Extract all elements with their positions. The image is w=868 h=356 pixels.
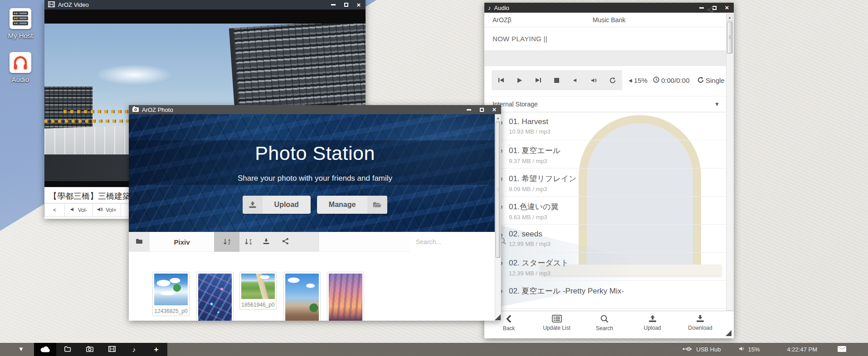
track-row[interactable]: ♪ 01. 希望リフレイン 9.09 MB / mp3 (484, 168, 726, 197)
envelope-icon (838, 346, 846, 353)
photo-card[interactable] (327, 272, 364, 321)
taskbar-item-add[interactable]: + (145, 343, 167, 356)
search-button[interactable]: Search (583, 315, 626, 338)
update-list-button[interactable]: Update List (535, 315, 579, 338)
desktop-icon-audio[interactable]: Audio (6, 52, 35, 83)
track-row[interactable]: ♪ 02. seeds 12.99 MB / mp3 (484, 225, 726, 253)
close-icon[interactable]: × (724, 5, 730, 11)
upload-icon (648, 315, 657, 322)
loop-mode[interactable]: Single (697, 66, 725, 94)
track-row[interactable]: ♪ 02. スターダスト 12.39 MB / mp3 (484, 253, 726, 281)
repeat-icon[interactable] (604, 70, 622, 90)
volume-tray-item[interactable]: 15% (739, 346, 760, 353)
scroll-up-button[interactable]: ▲ (495, 115, 501, 121)
track-list: ♪ 01. Harvest 10.93 MB / mp3 ♪ 01. 夏空エール… (484, 112, 726, 311)
usb-icon (683, 346, 692, 353)
chevron-down-icon[interactable]: ▼ (18, 346, 24, 352)
photo-thumbnail (329, 274, 362, 321)
scrollbar[interactable]: ▲ (495, 114, 501, 321)
camera-icon (132, 106, 139, 113)
headphones-icon (10, 52, 31, 73)
photo-thumbnail (285, 274, 319, 321)
minimize-icon[interactable] (698, 5, 705, 11)
back-button[interactable]: < (44, 203, 65, 217)
now-playing-row: NOW PLAYING || (484, 27, 726, 51)
search-input[interactable] (410, 238, 499, 246)
resize-handle[interactable] (495, 314, 501, 320)
download-button[interactable] (257, 232, 276, 252)
volume-down-button[interactable] (566, 70, 585, 90)
desktop-icon-my-host[interactable]: My Host (6, 8, 35, 39)
minimize-icon[interactable] (466, 106, 472, 113)
desktop-icon-label: My Host (6, 32, 35, 39)
photo-card[interactable] (196, 272, 234, 321)
audio-titlebar[interactable]: ♪ Audio × (484, 3, 734, 13)
usb-tray-item[interactable]: USB Hub (683, 346, 721, 353)
photo-card[interactable] (283, 272, 321, 321)
photo-thumbnail (154, 274, 188, 305)
download-button[interactable]: Download (678, 315, 722, 338)
repeat-icon (697, 77, 704, 84)
storage-select[interactable]: Internal Storage ▼ (484, 96, 726, 112)
stop-button[interactable] (547, 70, 566, 90)
server-icon (10, 8, 31, 29)
maximize-icon[interactable] (343, 2, 349, 8)
taskbar-item-cloud[interactable] (34, 343, 56, 356)
volume-up-button[interactable]: Vol+ (93, 203, 121, 217)
track-row[interactable]: ♪ 01. 夏空エール 9.37 MB / mp3 (484, 140, 726, 168)
window-title: ArOZ Video (58, 1, 89, 8)
building (44, 87, 93, 130)
music-note-icon: ♪ (132, 346, 136, 353)
close-icon[interactable]: × (491, 106, 497, 113)
share-icon[interactable] (707, 6, 714, 15)
taskbar-item-photo[interactable] (78, 343, 101, 356)
track-row[interactable]: ♪ 01. Harvest 10.93 MB / mp3 (484, 112, 726, 140)
previous-button[interactable] (492, 70, 510, 90)
messages-tray-item[interactable] (838, 346, 846, 353)
progress-bar[interactable] (484, 51, 726, 66)
photo-card[interactable]: 12436825_p0 (152, 272, 190, 316)
close-icon[interactable]: × (356, 2, 362, 8)
toolbar-button-group: AZ ZA (214, 232, 319, 252)
manage-button[interactable]: Manage (317, 196, 388, 214)
scrollbar-thumb[interactable] (727, 22, 732, 53)
track-row[interactable]: ♪ 01.色違いの翼 9.63 MB / mp3 (484, 197, 726, 225)
play-button[interactable] (510, 70, 529, 90)
volume-up-button[interactable] (585, 70, 604, 90)
page-subtitle: Share your photo with your friends and f… (129, 174, 501, 183)
maximize-icon[interactable] (478, 106, 485, 113)
cloud (96, 64, 173, 85)
scroll-up-button[interactable]: ▲ (727, 14, 733, 21)
photo-card[interactable]: 18561946_p0 (239, 272, 277, 310)
upload-button[interactable]: Upload (243, 196, 311, 214)
track-row[interactable]: ♪ 02. 夏空エール -Pretty Perky Mix- (484, 281, 726, 309)
upload-icon (243, 196, 263, 214)
sort-asc-icon: AZ (228, 239, 230, 245)
sort-asc-button[interactable]: AZ (214, 232, 239, 252)
taskbar-item-video[interactable] (101, 343, 123, 356)
speaker-icon: ◀ (629, 78, 632, 83)
scrollbar[interactable]: ▲ (726, 14, 733, 311)
taskbar-item-files[interactable] (56, 343, 78, 356)
scrollbar-thumb[interactable] (496, 122, 500, 258)
share-button[interactable] (276, 232, 295, 252)
hero-banner: Photo Station Share your photo with your… (129, 114, 501, 232)
clock-icon (653, 77, 659, 84)
plus-icon: + (154, 345, 159, 354)
resize-handle[interactable] (726, 330, 731, 336)
taskbar-item-music[interactable]: ♪ (123, 343, 145, 356)
minimize-icon[interactable] (330, 2, 336, 8)
audio-header: ArOZβ Music Bank (484, 13, 734, 27)
next-button[interactable] (529, 70, 547, 90)
photo-window: ArOZ Photo × Photo Station Share your ph… (129, 105, 501, 321)
search-box (410, 232, 495, 252)
upload-button[interactable]: Upload (631, 315, 674, 338)
sort-desc-button[interactable]: ZA (239, 232, 257, 252)
folder-button[interactable] (129, 232, 150, 252)
album-name[interactable]: Pixiv (150, 232, 214, 252)
folder-icon (136, 238, 143, 245)
audio-footer-bar: Back Update List Search Upload Download (484, 311, 734, 338)
video-titlebar[interactable]: ArOZ Video × (44, 0, 366, 10)
photo-titlebar[interactable]: ArOZ Photo × (129, 105, 501, 114)
volume-down-button[interactable]: Vol- (65, 203, 93, 217)
